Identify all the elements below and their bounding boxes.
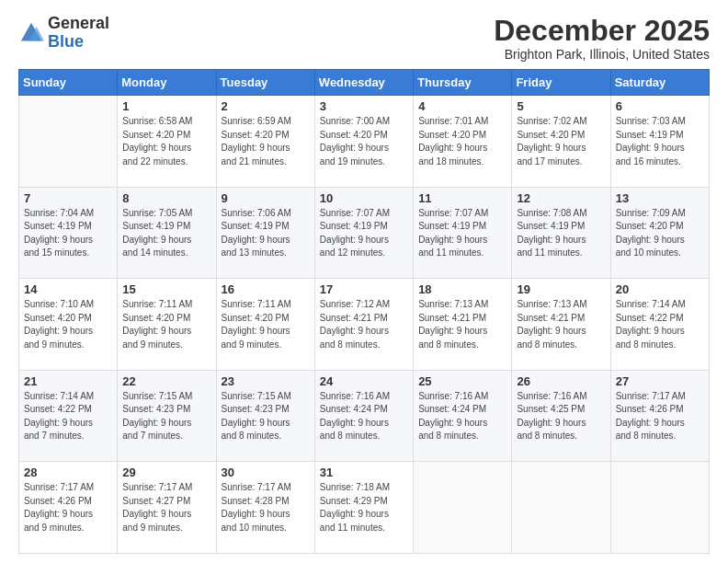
calendar-week-row: 7Sunrise: 7:04 AM Sunset: 4:19 PM Daylig… <box>19 187 710 279</box>
day-number: 4 <box>418 99 506 113</box>
weekday-header-sunday: Sunday <box>19 70 118 96</box>
calendar-cell: 25Sunrise: 7:16 AM Sunset: 4:24 PM Dayli… <box>414 370 512 462</box>
calendar-week-row: 1Sunrise: 6:58 AM Sunset: 4:20 PM Daylig… <box>19 96 710 188</box>
logo-icon <box>18 20 44 46</box>
calendar-cell: 26Sunrise: 7:16 AM Sunset: 4:25 PM Dayli… <box>512 370 610 462</box>
day-number: 6 <box>616 99 704 113</box>
day-number: 27 <box>616 374 704 388</box>
calendar-cell: 19Sunrise: 7:13 AM Sunset: 4:21 PM Dayli… <box>512 279 610 371</box>
cell-info: Sunrise: 7:14 AM Sunset: 4:22 PM Dayligh… <box>616 298 704 351</box>
day-number: 3 <box>320 99 408 113</box>
logo: General Blue <box>18 15 109 52</box>
calendar-cell: 5Sunrise: 7:02 AM Sunset: 4:20 PM Daylig… <box>512 96 610 188</box>
day-number: 11 <box>418 191 506 205</box>
calendar-cell <box>610 462 709 554</box>
day-number: 5 <box>517 99 605 113</box>
cell-info: Sunrise: 7:16 AM Sunset: 4:24 PM Dayligh… <box>418 390 506 443</box>
cell-info: Sunrise: 7:07 AM Sunset: 4:19 PM Dayligh… <box>320 207 408 260</box>
cell-info: Sunrise: 7:17 AM Sunset: 4:26 PM Dayligh… <box>616 390 704 443</box>
calendar-cell <box>19 96 118 188</box>
cell-info: Sunrise: 7:15 AM Sunset: 4:23 PM Dayligh… <box>122 390 210 443</box>
cell-info: Sunrise: 6:58 AM Sunset: 4:20 PM Dayligh… <box>122 115 210 168</box>
cell-info: Sunrise: 7:13 AM Sunset: 4:21 PM Dayligh… <box>418 298 506 351</box>
cell-info: Sunrise: 7:14 AM Sunset: 4:22 PM Dayligh… <box>24 390 112 443</box>
header: General Blue December 2025 Brighton Park… <box>18 15 710 62</box>
calendar-cell: 4Sunrise: 7:01 AM Sunset: 4:20 PM Daylig… <box>414 96 512 188</box>
day-number: 22 <box>122 374 210 388</box>
cell-info: Sunrise: 7:06 AM Sunset: 4:19 PM Dayligh… <box>222 207 310 260</box>
calendar-cell: 12Sunrise: 7:08 AM Sunset: 4:19 PM Dayli… <box>512 187 610 279</box>
cell-info: Sunrise: 7:05 AM Sunset: 4:19 PM Dayligh… <box>122 207 210 260</box>
calendar-week-row: 21Sunrise: 7:14 AM Sunset: 4:22 PM Dayli… <box>19 370 710 462</box>
day-number: 30 <box>222 465 310 479</box>
day-number: 9 <box>222 191 310 205</box>
day-number: 2 <box>222 99 310 113</box>
cell-info: Sunrise: 7:13 AM Sunset: 4:21 PM Dayligh… <box>517 298 605 351</box>
day-number: 20 <box>616 282 704 296</box>
month-title: December 2025 <box>494 15 710 47</box>
cell-info: Sunrise: 7:03 AM Sunset: 4:19 PM Dayligh… <box>616 115 704 168</box>
day-number: 24 <box>320 374 408 388</box>
cell-info: Sunrise: 7:02 AM Sunset: 4:20 PM Dayligh… <box>517 115 605 168</box>
day-number: 15 <box>122 282 210 296</box>
calendar-cell: 2Sunrise: 6:59 AM Sunset: 4:20 PM Daylig… <box>216 96 314 188</box>
weekday-header-saturday: Saturday <box>610 70 709 96</box>
cell-info: Sunrise: 7:17 AM Sunset: 4:26 PM Dayligh… <box>24 481 112 534</box>
cell-info: Sunrise: 7:16 AM Sunset: 4:25 PM Dayligh… <box>517 390 605 443</box>
cell-info: Sunrise: 7:00 AM Sunset: 4:20 PM Dayligh… <box>320 115 408 168</box>
day-number: 1 <box>122 99 210 113</box>
calendar-cell: 14Sunrise: 7:10 AM Sunset: 4:20 PM Dayli… <box>19 279 118 371</box>
logo-general-text: General <box>48 14 109 32</box>
calendar-cell: 31Sunrise: 7:18 AM Sunset: 4:29 PM Dayli… <box>314 462 413 554</box>
day-number: 7 <box>24 191 112 205</box>
calendar-cell: 20Sunrise: 7:14 AM Sunset: 4:22 PM Dayli… <box>610 279 709 371</box>
calendar-cell: 1Sunrise: 6:58 AM Sunset: 4:20 PM Daylig… <box>118 96 216 188</box>
calendar-header-row: SundayMondayTuesdayWednesdayThursdayFrid… <box>19 70 710 96</box>
calendar-cell: 18Sunrise: 7:13 AM Sunset: 4:21 PM Dayli… <box>414 279 512 371</box>
calendar-week-row: 14Sunrise: 7:10 AM Sunset: 4:20 PM Dayli… <box>19 279 710 371</box>
day-number: 21 <box>24 374 112 388</box>
calendar-cell: 27Sunrise: 7:17 AM Sunset: 4:26 PM Dayli… <box>610 370 709 462</box>
day-number: 13 <box>616 191 704 205</box>
day-number: 19 <box>517 282 605 296</box>
cell-info: Sunrise: 7:12 AM Sunset: 4:21 PM Dayligh… <box>320 298 408 351</box>
page: General Blue December 2025 Brighton Park… <box>0 0 728 563</box>
day-number: 18 <box>418 282 506 296</box>
calendar-cell <box>512 462 610 554</box>
calendar-cell: 9Sunrise: 7:06 AM Sunset: 4:19 PM Daylig… <box>216 187 314 279</box>
day-number: 17 <box>320 282 408 296</box>
calendar-table: SundayMondayTuesdayWednesdayThursdayFrid… <box>18 69 710 554</box>
calendar-cell: 7Sunrise: 7:04 AM Sunset: 4:19 PM Daylig… <box>19 187 118 279</box>
calendar-cell: 3Sunrise: 7:00 AM Sunset: 4:20 PM Daylig… <box>314 96 413 188</box>
cell-info: Sunrise: 7:15 AM Sunset: 4:23 PM Dayligh… <box>222 390 310 443</box>
cell-info: Sunrise: 7:07 AM Sunset: 4:19 PM Dayligh… <box>418 207 506 260</box>
cell-info: Sunrise: 7:17 AM Sunset: 4:28 PM Dayligh… <box>222 481 310 534</box>
cell-info: Sunrise: 7:11 AM Sunset: 4:20 PM Dayligh… <box>222 298 310 351</box>
calendar-cell: 16Sunrise: 7:11 AM Sunset: 4:20 PM Dayli… <box>216 279 314 371</box>
day-number: 14 <box>24 282 112 296</box>
title-block: December 2025 Brighton Park, Illinois, U… <box>494 15 710 62</box>
day-number: 23 <box>222 374 310 388</box>
weekday-header-tuesday: Tuesday <box>216 70 314 96</box>
cell-info: Sunrise: 7:18 AM Sunset: 4:29 PM Dayligh… <box>320 481 408 534</box>
weekday-header-thursday: Thursday <box>414 70 512 96</box>
day-number: 12 <box>517 191 605 205</box>
cell-info: Sunrise: 7:08 AM Sunset: 4:19 PM Dayligh… <box>517 207 605 260</box>
calendar-cell: 10Sunrise: 7:07 AM Sunset: 4:19 PM Dayli… <box>314 187 413 279</box>
cell-info: Sunrise: 7:04 AM Sunset: 4:19 PM Dayligh… <box>24 207 112 260</box>
location: Brighton Park, Illinois, United States <box>494 47 710 62</box>
calendar-cell: 11Sunrise: 7:07 AM Sunset: 4:19 PM Dayli… <box>414 187 512 279</box>
weekday-header-friday: Friday <box>512 70 610 96</box>
day-number: 10 <box>320 191 408 205</box>
calendar-cell: 8Sunrise: 7:05 AM Sunset: 4:19 PM Daylig… <box>118 187 216 279</box>
calendar-cell: 23Sunrise: 7:15 AM Sunset: 4:23 PM Dayli… <box>216 370 314 462</box>
day-number: 29 <box>122 465 210 479</box>
day-number: 28 <box>24 465 112 479</box>
weekday-header-wednesday: Wednesday <box>314 70 413 96</box>
calendar-cell: 30Sunrise: 7:17 AM Sunset: 4:28 PM Dayli… <box>216 462 314 554</box>
cell-info: Sunrise: 7:09 AM Sunset: 4:20 PM Dayligh… <box>616 207 704 260</box>
logo-blue-text: Blue <box>48 32 84 51</box>
calendar-week-row: 28Sunrise: 7:17 AM Sunset: 4:26 PM Dayli… <box>19 462 710 554</box>
calendar-cell: 24Sunrise: 7:16 AM Sunset: 4:24 PM Dayli… <box>314 370 413 462</box>
calendar-cell: 15Sunrise: 7:11 AM Sunset: 4:20 PM Dayli… <box>118 279 216 371</box>
